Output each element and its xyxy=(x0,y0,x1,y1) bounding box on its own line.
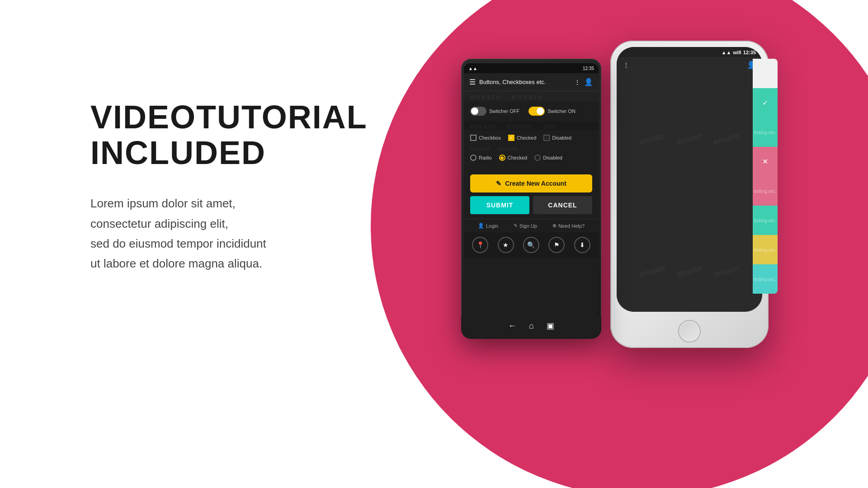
envato-wm4: envato xyxy=(632,258,673,284)
palette-item-teal-check[interactable]: ✓ xyxy=(753,88,778,117)
envato-wm5: envato xyxy=(670,258,710,284)
flag-icon-btn[interactable]: ⚑ xyxy=(548,237,565,253)
search-icon-btn[interactable]: 🔍 xyxy=(523,237,539,253)
ios-app-header: ⋮ 👤 xyxy=(617,57,762,73)
login-icon: 👤 xyxy=(478,223,484,229)
iphone-home-button[interactable] xyxy=(678,320,701,343)
checkbox-label: Checkbox xyxy=(479,135,501,141)
login-links: 👤 Login ✎ Sign Up ⊕ Need Help? xyxy=(464,219,599,232)
checkbox-checked-item[interactable]: ✓ Checked xyxy=(508,135,536,141)
checkbox-disabled: ✓ xyxy=(543,135,550,141)
radio-disabled-label: Disabled xyxy=(543,155,562,160)
hamburger-icon[interactable]: ☰ xyxy=(469,78,476,86)
watermark-row3: envato envato xyxy=(470,145,592,152)
phone-wrapper: ✓ tinting etc. ✕ tinting etc. tinting et… xyxy=(461,14,778,456)
ios-signal-icon: ▲▲ xyxy=(722,50,731,55)
back-nav-icon[interactable]: ← xyxy=(508,321,516,331)
cancel-button[interactable]: CANCEL xyxy=(533,196,592,214)
icon-buttons-row: 📍 ★ 🔍 ⚑ ⬇ xyxy=(464,232,599,258)
radio-disabled xyxy=(534,155,541,161)
status-time: 12:35 xyxy=(583,66,594,71)
envato-wm3: envato xyxy=(707,126,747,152)
checkbox-checked: ✓ xyxy=(508,135,514,141)
envato-wm2: envato xyxy=(670,126,710,152)
help-icon: ⊕ xyxy=(552,223,557,229)
ios-content: envato envato envato envato envato envat… xyxy=(617,73,762,312)
iphone-frame: ▲▲ wifi 12:35 ⋮ 👤 envato envato envato e… xyxy=(610,41,769,348)
signup-link[interactable]: ✎ Sign Up xyxy=(514,223,537,229)
app-header: ☰ Buttons, Checkboxes etc. ⋮ 👤 xyxy=(464,73,599,91)
header-dots-icon[interactable]: ⋮ xyxy=(574,79,580,86)
radio-label: Radio xyxy=(479,155,492,160)
switcher-on-item: Switcher ON xyxy=(528,107,576,116)
radio-disabled-item: Disabled xyxy=(534,155,562,161)
checkbox-empty-item[interactable]: Checkbox xyxy=(470,135,501,141)
android-frame: ▲▲ 12:35 ☰ Buttons, Checkboxes etc. ⋮ 👤 … xyxy=(461,59,601,339)
left-content: VIDEOTUTORIAL INCLUDED Lorem ipsum dolor… xyxy=(90,99,368,273)
palette-item-pink-label: tinting etc. xyxy=(753,176,778,206)
watermark-row1: envato envato xyxy=(464,91,599,101)
palette-item-teal-label: tinting etc. xyxy=(753,117,778,147)
app-header-title: Buttons, Checkboxes etc. xyxy=(479,79,574,85)
checkbox-disabled-label: Disabled xyxy=(552,135,571,141)
signup-icon: ✎ xyxy=(514,223,518,229)
status-signal: ▲▲ xyxy=(468,66,477,71)
palette-item-teal2-label: tinting etc. xyxy=(753,206,778,235)
edit-icon: ✎ xyxy=(496,180,501,187)
color-palette: ✓ tinting etc. ✕ tinting etc. tinting et… xyxy=(753,59,778,294)
create-account-button[interactable]: ✎ Create New Account xyxy=(470,174,592,192)
palette-item-cyan-label: tinting etc. xyxy=(753,264,778,294)
ios-wifi-icon: wifi xyxy=(733,50,741,55)
android-screen: ▲▲ 12:35 ☰ Buttons, Checkboxes etc. ⋮ 👤 … xyxy=(464,63,599,316)
radio-checked xyxy=(499,155,505,161)
login-link[interactable]: 👤 Login xyxy=(478,223,498,229)
radio-empty xyxy=(470,155,476,161)
radio-checked-item[interactable]: Checked xyxy=(499,155,527,161)
watermark-envato2: envato envato env xyxy=(470,123,557,130)
ios-status-bar: ▲▲ wifi 12:35 xyxy=(617,47,762,57)
radio-empty-item[interactable]: Radio xyxy=(470,155,492,161)
header-user-icon[interactable]: 👤 xyxy=(584,78,593,86)
iphone-screen: ▲▲ wifi 12:35 ⋮ 👤 envato envato envato e… xyxy=(617,47,762,312)
switcher-off-toggle[interactable] xyxy=(470,107,486,116)
ios-time: 12:35 xyxy=(743,50,756,55)
star-icon-btn[interactable]: ★ xyxy=(498,237,514,253)
palette-item-white xyxy=(753,59,778,88)
watermark-row2: envato envato env xyxy=(464,121,599,130)
location-icon-btn[interactable]: 📍 xyxy=(472,237,488,253)
android-nav-bar: ← ⌂ ▣ xyxy=(461,316,601,339)
switcher-off-label: Switcher OFF xyxy=(489,108,519,114)
download-icon-btn[interactable]: ⬇ xyxy=(574,237,590,253)
help-link[interactable]: ⊕ Need Help? xyxy=(552,223,585,229)
watermark-envato: envato envato xyxy=(470,93,543,101)
checkbox-empty xyxy=(470,135,476,141)
envato-wm1: envato xyxy=(632,126,673,152)
envato-overlay: envato envato envato envato envato envat… xyxy=(617,73,762,312)
checkbox-disabled-item: ✓ Disabled xyxy=(543,135,571,141)
switcher-off-item: Switcher OFF xyxy=(470,107,519,116)
create-account-label: Create New Account xyxy=(505,180,566,187)
home-nav-icon[interactable]: ⌂ xyxy=(529,321,534,331)
switcher-on-label: Switcher ON xyxy=(547,108,576,114)
ios-dots-icon[interactable]: ⋮ xyxy=(623,61,629,69)
radio-row: Radio Checked Disabled xyxy=(470,155,592,161)
submit-button[interactable]: SUBMIT xyxy=(470,196,529,214)
palette-item-pink-x[interactable]: ✕ xyxy=(753,147,778,176)
envato-wm6: envato xyxy=(707,258,747,284)
checkbox-checked-label: Checked xyxy=(517,135,536,141)
recent-nav-icon[interactable]: ▣ xyxy=(547,321,554,331)
main-title: VIDEOTUTORIAL INCLUDED xyxy=(90,99,368,171)
checkbox-row1: Checkbox ✓ Checked ✓ Disabled xyxy=(470,135,592,141)
description: Lorem ipsum dolor sit amet, consectetur … xyxy=(90,193,368,273)
watermark-envato3: envato envato xyxy=(470,145,518,152)
radio-checked-label: Checked xyxy=(508,155,527,160)
checkboxes-section: Checkbox ✓ Checked ✓ Disabled envato env… xyxy=(464,130,599,169)
switcher-on-toggle[interactable] xyxy=(528,107,545,116)
palette-item-yellow-label: tinting etc. xyxy=(753,235,778,264)
switchers-section: Switcher OFF Switcher ON xyxy=(464,101,599,121)
android-status-bar: ▲▲ 12:35 xyxy=(464,63,599,73)
action-buttons: SUBMIT CANCEL xyxy=(470,196,592,214)
